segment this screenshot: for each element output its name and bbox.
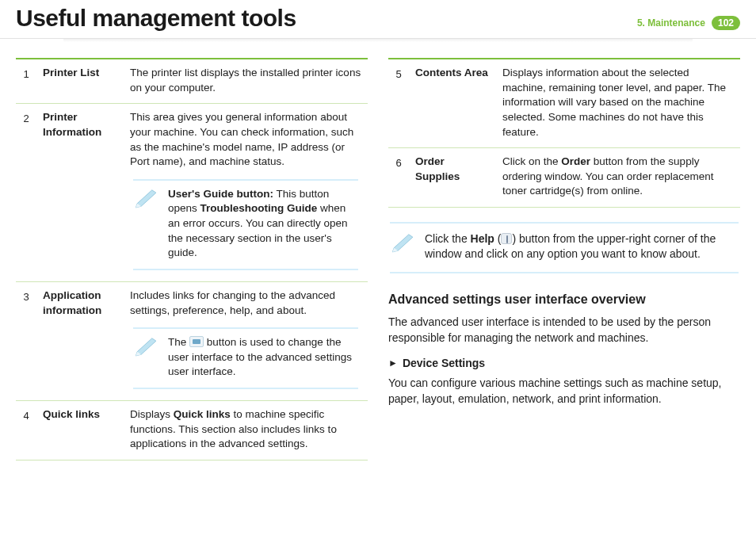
row-number: 1 (16, 59, 36, 104)
help-note: Click the Help () button from the upper-… (390, 222, 739, 273)
help-icon (501, 233, 512, 244)
row-desc: This area gives you general information … (130, 110, 361, 170)
advanced-heading: Advanced settings user interface overvie… (388, 292, 740, 307)
note-icon (133, 187, 160, 214)
row-label: Contents Area (409, 59, 496, 148)
row-label: Quick links (36, 401, 124, 460)
row-desc: Click on the Order button from the suppl… (496, 148, 740, 208)
table-row: 4 Quick links Displays Quick links to ma… (16, 401, 368, 460)
row-number: 6 (388, 148, 409, 208)
hn-bold: Help (471, 232, 494, 245)
help-note-text: Click the Help () button from the upper-… (425, 231, 739, 262)
row-number: 5 (388, 59, 409, 148)
note-callout: User's Guide button: This button opens T… (133, 179, 358, 270)
table-row: 2 Printer Information This area gives yo… (16, 104, 368, 282)
row-label: Printer List (36, 59, 124, 104)
note-text: The button is used to change the user in… (168, 335, 358, 380)
sub-label: Device Settings (403, 357, 485, 369)
device-settings-subhead: ►Device Settings (388, 357, 740, 369)
device-settings-body: You can configure various machine settin… (388, 376, 740, 407)
page-header: Useful management tools 5. Maintenance 1… (0, 0, 756, 39)
page-title: Useful management tools (16, 5, 296, 32)
row-label: Printer Information (36, 104, 124, 282)
content-columns: 1 Printer List The printer list displays… (0, 42, 756, 460)
row-desc: Displays information about the selected … (496, 59, 740, 148)
table-row: 3 Application information Includes links… (16, 281, 368, 400)
row-label: Application information (36, 281, 124, 400)
settings-toggle-icon (189, 336, 204, 347)
right-column: 5 Contents Area Displays information abo… (388, 58, 740, 460)
hn-a: Click the (425, 232, 471, 245)
note-icon (390, 231, 417, 257)
row-desc: Displays Quick links to machine specific… (124, 401, 368, 460)
desc-a: Click on the (502, 155, 561, 167)
table-row: 6 Order Supplies Click on the Order butt… (388, 148, 740, 208)
note-lead: User's Guide button: (168, 188, 273, 200)
note-icon (133, 335, 160, 362)
header-meta: 5. Maintenance 102 (637, 16, 740, 30)
hn-b: ( (494, 232, 502, 245)
table-row: 1 Printer List The printer list displays… (16, 59, 368, 104)
feature-table-right: 5 Contents Area Displays information abo… (388, 58, 740, 208)
advanced-paragraph: The advanced user interface is intended … (388, 315, 740, 346)
table-row: 5 Contents Area Displays information abo… (388, 59, 740, 148)
row-number: 4 (16, 401, 36, 460)
desc-bold: Quick links (174, 408, 231, 420)
row-desc-cell: Includes links for changing to the advan… (124, 281, 368, 400)
row-desc: Includes links for changing to the advan… (130, 289, 361, 318)
row-number: 3 (16, 281, 36, 400)
note-callout: The button is used to change the user in… (133, 327, 358, 389)
row-desc-cell: This area gives you general information … (124, 104, 368, 282)
triangle-bullet-icon: ► (388, 357, 398, 369)
chapter-label: 5. Maintenance (637, 17, 705, 29)
row-number: 2 (16, 104, 36, 282)
left-column: 1 Printer List The printer list displays… (16, 58, 368, 460)
row-label: Order Supplies (409, 148, 496, 208)
feature-table-left: 1 Printer List The printer list displays… (16, 58, 368, 460)
row-desc: The printer list displays the installed … (124, 59, 368, 104)
desc-bold: Order (561, 155, 590, 167)
note-bold2: Troubleshooting Guide (200, 202, 318, 214)
note3-a: The (168, 336, 189, 348)
desc-a: Displays (130, 408, 174, 420)
note-text: User's Guide button: This button opens T… (168, 187, 358, 261)
page-number-badge: 102 (712, 16, 740, 30)
